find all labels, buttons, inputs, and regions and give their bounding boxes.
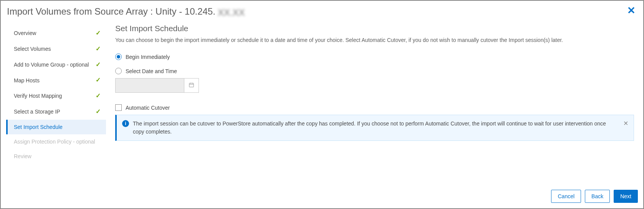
step-description: You can choose to begin the import immed… bbox=[115, 36, 576, 44]
radio-icon bbox=[115, 68, 122, 74]
button-label: Cancel bbox=[558, 193, 574, 199]
sidebar-item-map-hosts[interactable]: Map Hosts ✓ bbox=[6, 72, 106, 88]
calendar-icon bbox=[189, 82, 194, 89]
button-label: Next bbox=[620, 193, 631, 199]
sidebar-item-review: Review bbox=[6, 149, 106, 164]
checkmark-icon: ✓ bbox=[96, 92, 101, 100]
sidebar-item-label: Assign Protection Policy - optional bbox=[14, 138, 98, 145]
sidebar-item-label: Review bbox=[14, 153, 35, 160]
sidebar-item-protection-policy: Assign Protection Policy - optional bbox=[6, 134, 106, 149]
checkmark-icon: ✓ bbox=[96, 76, 101, 84]
dialog-footer: Cancel Back Next bbox=[6, 183, 638, 203]
sidebar-item-select-volumes[interactable]: Select Volumes ✓ bbox=[6, 41, 106, 57]
dialog-title-text: Import Volumes from Source Array : Unity… bbox=[7, 6, 215, 17]
calendar-picker-button[interactable] bbox=[184, 78, 199, 93]
sidebar-item-label: Select a Storage IP bbox=[14, 108, 63, 115]
sidebar-item-label: Set Import Schedule bbox=[14, 124, 66, 130]
radio-begin-immediately[interactable]: Begin Immediately bbox=[115, 54, 634, 60]
sidebar-item-overview[interactable]: Overview ✓ bbox=[6, 25, 106, 41]
svg-rect-0 bbox=[189, 83, 194, 87]
sidebar-item-label: Select Volumes bbox=[14, 45, 54, 52]
radio-select-date-time[interactable]: Select Date and Time bbox=[115, 68, 634, 74]
checkbox-icon bbox=[115, 104, 122, 111]
cancel-button[interactable]: Cancel bbox=[551, 190, 581, 203]
sidebar-item-storage-ip[interactable]: Select a Storage IP ✓ bbox=[6, 104, 106, 120]
step-title: Set Import Schedule bbox=[115, 24, 634, 33]
radio-label: Select Date and Time bbox=[126, 68, 177, 74]
wizard-step-content: Set Import Schedule You can choose to be… bbox=[106, 22, 638, 183]
checkmark-icon: ✓ bbox=[96, 61, 101, 69]
date-time-picker bbox=[115, 78, 634, 93]
info-banner-text: The import session can be cutover to Pow… bbox=[133, 120, 618, 136]
button-label: Back bbox=[591, 193, 603, 199]
sidebar-item-set-import-schedule[interactable]: Set Import Schedule bbox=[6, 120, 106, 134]
sidebar-item-volume-group[interactable]: Add to Volume Group - optional ✓ bbox=[6, 57, 106, 73]
next-button[interactable]: Next bbox=[614, 190, 638, 203]
checkmark-icon: ✓ bbox=[96, 45, 101, 53]
info-banner: i The import session can be cutover to P… bbox=[115, 115, 634, 141]
radio-icon bbox=[115, 54, 122, 60]
dialog-title: Import Volumes from Source Array : Unity… bbox=[6, 5, 242, 22]
sidebar-item-label: Verify Host Mapping bbox=[14, 92, 65, 99]
checkmark-icon: ✓ bbox=[96, 108, 101, 116]
info-icon: i bbox=[122, 120, 129, 127]
sidebar-item-label: Map Hosts bbox=[14, 77, 43, 84]
date-time-input[interactable] bbox=[115, 78, 184, 93]
dialog-body: Overview ✓ Select Volumes ✓ Add to Volum… bbox=[6, 22, 638, 183]
sidebar-item-label: Overview bbox=[14, 30, 39, 37]
dialog-title-redacted: XX.XX bbox=[218, 7, 242, 16]
back-button[interactable]: Back bbox=[585, 190, 610, 203]
checkbox-automatic-cutover[interactable]: Automatic Cutover bbox=[115, 104, 634, 111]
import-wizard-dialog: Import Volumes from Source Array : Unity… bbox=[0, 0, 644, 209]
checkmark-icon: ✓ bbox=[96, 29, 101, 37]
sidebar-item-verify-host-mapping[interactable]: Verify Host Mapping ✓ bbox=[6, 88, 106, 104]
banner-close-icon[interactable]: ✕ bbox=[623, 120, 628, 127]
close-icon[interactable]: ✕ bbox=[627, 5, 638, 17]
wizard-steps-sidebar: Overview ✓ Select Volumes ✓ Add to Volum… bbox=[6, 22, 106, 183]
radio-label: Begin Immediately bbox=[126, 54, 170, 60]
checkbox-label: Automatic Cutover bbox=[126, 105, 170, 111]
dialog-header: Import Volumes from Source Array : Unity… bbox=[6, 5, 638, 22]
sidebar-item-label: Add to Volume Group - optional bbox=[14, 61, 92, 68]
